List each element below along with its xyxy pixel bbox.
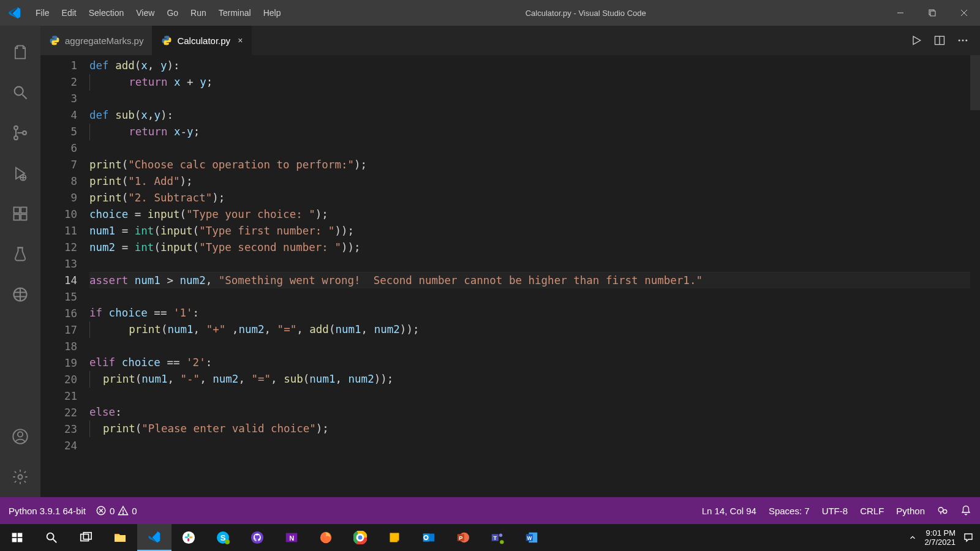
- file-explorer-taskbar-icon[interactable]: [103, 524, 137, 551]
- github-taskbar-icon[interactable]: [240, 524, 274, 551]
- svg-rect-47: [189, 536, 193, 538]
- svg-point-5: [15, 87, 23, 96]
- minimap[interactable]: [970, 55, 980, 497]
- window-title: Calculator.py - Visual Studio Code: [287, 9, 884, 18]
- svg-text:T: T: [494, 535, 497, 541]
- svg-point-71: [499, 534, 503, 538]
- firefox-taskbar-icon[interactable]: [309, 524, 343, 551]
- close-tab-icon[interactable]: ×: [238, 36, 243, 45]
- svg-point-27: [962, 40, 964, 42]
- time: 9:01 PM: [924, 528, 956, 538]
- svg-rect-48: [187, 534, 189, 538]
- menu-run[interactable]: Run: [184, 3, 213, 23]
- sticky-notes-taskbar-icon[interactable]: [377, 524, 412, 551]
- svg-rect-16: [21, 214, 26, 220]
- teams-taskbar-icon[interactable]: T: [480, 524, 514, 551]
- menu-view[interactable]: View: [130, 3, 160, 23]
- svg-line-6: [23, 95, 27, 99]
- menu-selection[interactable]: Selection: [83, 3, 130, 23]
- chrome-taskbar-icon[interactable]: [343, 524, 377, 551]
- tabs-bar: aggregateMarks.py Calculator.py ×: [40, 26, 980, 55]
- outlook-taskbar-icon[interactable]: [412, 524, 446, 551]
- vscode-taskbar-icon[interactable]: [137, 524, 172, 551]
- python-file-icon: [161, 35, 172, 46]
- svg-text:P: P: [459, 535, 462, 541]
- notifications-icon[interactable]: [960, 505, 971, 516]
- maximize-button[interactable]: [916, 0, 948, 26]
- start-button[interactable]: [0, 524, 34, 551]
- svg-point-22: [18, 475, 23, 479]
- extensions-icon[interactable]: [0, 193, 40, 234]
- svg-rect-17: [21, 208, 26, 213]
- svg-point-41: [47, 533, 54, 540]
- svg-rect-37: [12, 533, 17, 538]
- remote-icon[interactable]: [0, 274, 40, 315]
- editor-area[interactable]: 123456789101112131415161718192021222324 …: [40, 55, 980, 497]
- svg-point-56: [320, 532, 331, 543]
- svg-text:W: W: [527, 536, 532, 541]
- svg-point-7: [14, 126, 18, 130]
- split-editor-icon[interactable]: [933, 34, 946, 47]
- python-interpreter[interactable]: Python 3.9.1 64-bit: [9, 506, 86, 516]
- feedback-icon[interactable]: [937, 505, 948, 516]
- word-taskbar-icon[interactable]: W: [514, 524, 549, 551]
- svg-point-72: [500, 540, 503, 544]
- clock[interactable]: 9:01 PM 2/7/2021: [924, 528, 956, 547]
- editor-actions: [910, 26, 980, 55]
- svg-point-35: [943, 510, 947, 514]
- svg-rect-44: [83, 533, 91, 539]
- menu-go[interactable]: Go: [160, 3, 184, 23]
- code-content[interactable]: def add(x, y): return x + y;def sub(x,y)…: [89, 55, 980, 497]
- slack-taskbar-icon[interactable]: [172, 524, 206, 551]
- title-bar: File Edit Selection View Go Run Terminal…: [0, 0, 980, 26]
- close-button[interactable]: [948, 0, 980, 26]
- eol[interactable]: CRLF: [860, 506, 884, 516]
- settings-gear-icon[interactable]: [0, 457, 40, 497]
- minimize-button[interactable]: [884, 0, 916, 26]
- run-file-icon[interactable]: [910, 34, 922, 47]
- encoding[interactable]: UTF-8: [822, 506, 848, 516]
- python-file-icon: [49, 35, 60, 46]
- search-icon[interactable]: [0, 72, 40, 113]
- tab-aggregatemarks[interactable]: aggregateMarks.py: [40, 26, 153, 55]
- source-control-icon[interactable]: [0, 113, 40, 153]
- skype-taskbar-icon[interactable]: S: [206, 524, 240, 551]
- svg-rect-43: [81, 534, 89, 541]
- task-view-icon[interactable]: [69, 524, 103, 551]
- svg-rect-15: [14, 214, 20, 220]
- svg-rect-2: [930, 11, 935, 16]
- accounts-icon[interactable]: [0, 416, 40, 457]
- system-tray: 9:01 PM 2/7/2021: [908, 528, 980, 547]
- menu-help[interactable]: Help: [257, 3, 287, 23]
- windows-taskbar: S N P T W 9:01 PM 2/7/2021: [0, 524, 980, 551]
- svg-rect-49: [187, 538, 189, 542]
- language-mode[interactable]: Python: [896, 506, 925, 516]
- svg-point-26: [959, 40, 960, 42]
- menu-file[interactable]: File: [29, 3, 56, 23]
- svg-point-8: [14, 136, 18, 140]
- svg-rect-40: [18, 538, 23, 542]
- powerpoint-taskbar-icon[interactable]: P: [446, 524, 480, 551]
- action-center-icon[interactable]: [963, 532, 974, 543]
- tray-chevron-icon[interactable]: [908, 533, 917, 542]
- cursor-position[interactable]: Ln 14, Col 94: [702, 506, 756, 516]
- explorer-icon[interactable]: [0, 32, 40, 72]
- tab-calculator[interactable]: Calculator.py ×: [153, 26, 252, 55]
- svg-rect-38: [18, 533, 23, 538]
- indentation[interactable]: Spaces: 7: [769, 506, 810, 516]
- problems-indicator[interactable]: 0 0: [96, 505, 137, 516]
- svg-point-45: [183, 531, 195, 544]
- menu-terminal[interactable]: Terminal: [213, 3, 257, 23]
- onenote-taskbar-icon[interactable]: N: [274, 524, 309, 551]
- more-actions-icon[interactable]: [957, 34, 969, 47]
- menu-edit[interactable]: Edit: [56, 3, 83, 23]
- search-taskbar-icon[interactable]: [34, 524, 69, 551]
- minimap-slider[interactable]: [970, 55, 980, 110]
- window-controls: [884, 0, 980, 26]
- testing-icon[interactable]: [0, 234, 40, 274]
- status-bar: Python 3.9.1 64-bit 0 0 Ln 14, Col 94 Sp…: [0, 497, 980, 524]
- menu-bar: File Edit Selection View Go Run Terminal…: [29, 3, 287, 23]
- run-debug-icon[interactable]: [0, 153, 40, 193]
- svg-rect-39: [12, 538, 17, 542]
- error-count: 0: [110, 506, 115, 516]
